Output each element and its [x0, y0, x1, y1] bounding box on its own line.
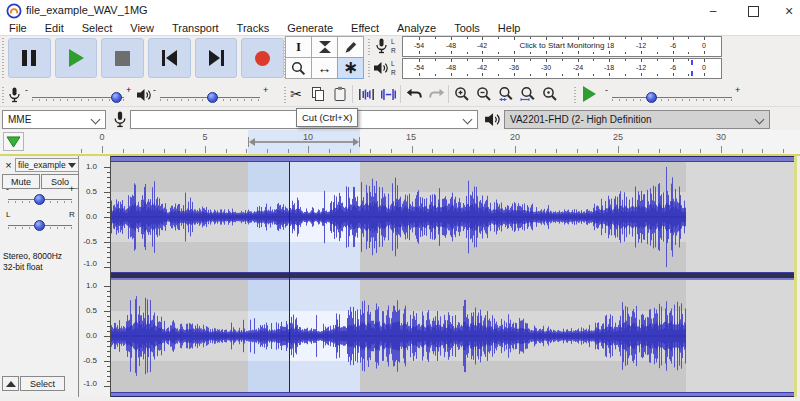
menu-item-view[interactable]: View — [121, 22, 163, 35]
empty-track-area[interactable] — [686, 280, 794, 392]
timeline-options-button[interactable] — [3, 132, 24, 151]
ruler-tick — [453, 149, 454, 153]
play-speed-slider[interactable] — [612, 97, 732, 98]
toolbar-grip[interactable] — [368, 60, 370, 77]
silence-audio-button[interactable] — [378, 84, 398, 104]
meter-tick — [530, 59, 531, 61]
mic-icon — [8, 87, 21, 103]
pan-thumb[interactable] — [34, 220, 45, 231]
pause-button[interactable] — [8, 38, 51, 78]
meter-tick — [467, 37, 468, 39]
minimize-button[interactable]: – — [698, 0, 728, 22]
envelope-tool-button[interactable] — [311, 36, 338, 58]
fit-project-button[interactable] — [518, 84, 538, 104]
cut-button[interactable]: ✂ — [286, 84, 306, 104]
audio-host-select[interactable]: MME — [2, 110, 106, 129]
recording-meter-toolbar[interactable]: L R -54 -48 -42 -18 -12 -6 0 Click to St… — [368, 36, 722, 57]
menu-item-edit[interactable]: Edit — [36, 22, 73, 35]
meter-tick — [514, 59, 515, 62]
transport-toolbar — [2, 36, 284, 80]
copy-button[interactable] — [308, 84, 328, 104]
select-button[interactable]: Select — [20, 376, 65, 391]
tooltip-text: Cut (Ctrl+X) — [302, 112, 352, 123]
fit-selection-button[interactable] — [496, 84, 516, 104]
toolbar-grip[interactable] — [2, 86, 4, 103]
ruler-tick — [721, 146, 722, 153]
toolbar-grip[interactable] — [574, 86, 576, 103]
playback-meter-toolbar[interactable]: L R -54 -48 -42 -36 -30 -24 -18 -12 -6 0 — [368, 58, 722, 79]
speaker-icon — [373, 61, 389, 75]
empty-track-area[interactable] — [686, 162, 794, 272]
stop-button[interactable] — [101, 38, 144, 78]
ruler-tick — [350, 149, 351, 153]
timeline-ruler[interactable]: 0 5 10 15 20 25 30 — [0, 130, 800, 155]
play-at-speed-button[interactable] — [578, 84, 600, 104]
channel-left[interactable] — [111, 162, 794, 272]
waveform-right-channel[interactable] — [111, 280, 686, 392]
meter-scale-label: -48 — [446, 64, 456, 71]
menu-item-select[interactable]: Select — [73, 22, 122, 35]
play-button[interactable] — [55, 38, 98, 78]
zoom-toggle-button[interactable] — [540, 84, 560, 104]
menu-item-help[interactable]: Help — [489, 22, 530, 35]
vertical-scale-ruler[interactable]: 1.0 0.5 0.0 -0.5 -1.0 1.0 0.5 0.0 -0.5 -… — [80, 156, 110, 397]
menu-item-tools[interactable]: Tools — [445, 22, 489, 35]
zoom-tool-button[interactable] — [285, 57, 312, 79]
zoom-out-button[interactable] — [474, 84, 494, 104]
track-collapse-button[interactable] — [2, 376, 19, 391]
gain-thumb[interactable] — [34, 194, 45, 205]
draw-tool-button[interactable] — [337, 36, 364, 58]
meter-tick — [482, 37, 483, 40]
play-speed-thumb[interactable] — [646, 92, 657, 103]
monitoring-text[interactable]: Click to Start Monitoring — [517, 41, 608, 50]
multi-tool-button[interactable]: ∗ — [337, 57, 364, 79]
meter-tick — [451, 37, 452, 40]
ruler-tick — [123, 149, 124, 153]
meter-tick — [546, 59, 547, 62]
pan-left-label: L — [6, 210, 10, 219]
ruler-tick — [535, 149, 536, 153]
meter-tick — [688, 74, 689, 76]
menu-item-transport[interactable]: Transport — [163, 22, 228, 35]
close-button[interactable]: × — [774, 0, 800, 22]
trim-audio-button[interactable] — [356, 84, 376, 104]
paste-button[interactable] — [330, 84, 350, 104]
meter-tick — [467, 74, 468, 76]
meter-tick — [498, 37, 499, 39]
timeline-label: 10 — [303, 132, 313, 142]
menu-item-file[interactable]: File — [0, 22, 36, 35]
scale-label: 1.0 — [80, 281, 97, 290]
playback-device-select[interactable]: VA2201-FHD (2- High Definition — [504, 110, 770, 129]
track-close-button[interactable]: × — [2, 158, 15, 171]
track-name-button[interactable]: file_example — [15, 158, 79, 172]
record-button[interactable] — [241, 38, 284, 78]
skip-to-start-button[interactable] — [148, 38, 191, 78]
menu-item-analyze[interactable]: Analyze — [388, 22, 445, 35]
undo-button[interactable] — [404, 84, 424, 104]
meter-tick — [657, 59, 658, 61]
redo-button[interactable] — [426, 84, 446, 104]
draw-tool-icon — [344, 40, 358, 54]
playback-volume-thumb[interactable] — [207, 92, 218, 103]
toolbar-grip[interactable] — [368, 38, 370, 55]
toolbar-grip[interactable] — [2, 38, 4, 78]
recording-meter[interactable]: -54 -48 -42 -18 -12 -6 0 Click to Start … — [402, 36, 722, 57]
menu-item-effect[interactable]: Effect — [342, 22, 388, 35]
track-waveform-area[interactable] — [110, 156, 794, 397]
menu-item-generate[interactable]: Generate — [278, 22, 342, 35]
ruler-tick — [102, 146, 103, 153]
waveform-left-channel[interactable] — [111, 162, 686, 272]
channel-right[interactable] — [111, 280, 794, 392]
skip-to-end-button[interactable] — [195, 38, 238, 78]
recording-volume-thumb[interactable] — [111, 92, 122, 103]
maximize-button[interactable] — [738, 0, 768, 22]
menu-item-tracks[interactable]: Tracks — [228, 22, 279, 35]
undo-icon — [406, 87, 423, 101]
time-shift-tool-button[interactable]: ↔ — [311, 57, 338, 79]
playback-meter[interactable]: -54 -48 -42 -36 -30 -24 -18 -12 -6 0 — [402, 58, 722, 79]
zoom-in-button[interactable] — [452, 84, 472, 104]
meter-tick — [673, 59, 674, 62]
tooltip: Cut (Ctrl+X) — [296, 108, 358, 127]
dropdown-chevron-icon — [755, 115, 765, 125]
selection-tool-button[interactable]: I — [285, 36, 312, 58]
